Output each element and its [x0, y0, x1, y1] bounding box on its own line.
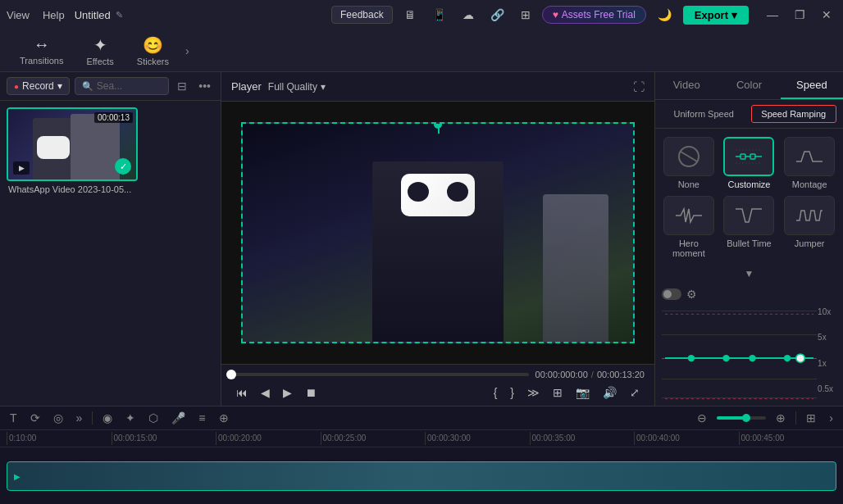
- mic-icon[interactable]: 🎤: [168, 410, 189, 426]
- snapshot-button[interactable]: 📷: [571, 384, 595, 401]
- devices-icon[interactable]: 📱: [427, 7, 451, 23]
- rotation-icon[interactable]: ⟳: [27, 410, 43, 426]
- record-button[interactable]: ● Record ▾: [7, 77, 70, 95]
- toolbar-stickers[interactable]: 😊 Stickers: [127, 32, 179, 70]
- progress-bar[interactable]: [231, 373, 529, 376]
- zoom-in-icon[interactable]: ⊕: [772, 410, 789, 426]
- speed-option-jumper[interactable]: Jumper: [782, 196, 836, 258]
- close-button[interactable]: ✕: [817, 7, 836, 23]
- loop-icon[interactable]: ◎: [50, 410, 66, 426]
- expand-timeline-icon[interactable]: ›: [826, 410, 836, 426]
- menu-view[interactable]: View: [7, 9, 30, 21]
- minimize-button[interactable]: —: [762, 7, 783, 23]
- layout-icon[interactable]: ⊞: [803, 410, 819, 426]
- ruler-mark-5: 00:00:35:00: [530, 432, 635, 445]
- rewind-button[interactable]: ◀: [256, 384, 275, 401]
- prev-frame-button[interactable]: ⏮: [231, 384, 253, 401]
- title-bar: View Help Untitled ✎ Feedback 🖥 📱 ☁ 🔗 ⊞ …: [0, 0, 843, 30]
- shape-icon[interactable]: ⬡: [145, 410, 162, 426]
- media-name: WhatsApp Video 2023-10-05...: [7, 181, 138, 194]
- speed-graph-area: 10x 5x 1x 0.5x 0.1x: [662, 306, 836, 406]
- title-bar-center: Feedback 🖥 📱 ☁ 🔗 ⊞ ♥ Assets Free Trial 🌙…: [331, 6, 836, 25]
- progress-thumb[interactable]: [226, 370, 236, 379]
- tab-speed[interactable]: Speed: [781, 72, 843, 99]
- toolbar-transitions[interactable]: ↔ Transitions: [10, 32, 73, 69]
- speed-ctrl-button[interactable]: ≫: [522, 384, 545, 401]
- heart-icon: ♥: [553, 9, 558, 20]
- grid-view-icon[interactable]: ⊞: [516, 7, 535, 23]
- search-box[interactable]: 🔍 Sea...: [75, 77, 170, 95]
- toolbar-effects[interactable]: ✦ Effects: [76, 32, 123, 70]
- uniform-speed-tab[interactable]: Uniform Speed: [662, 105, 746, 123]
- toolbar-separator-2: [795, 411, 796, 425]
- speed-graph-svg: [665, 306, 813, 406]
- toolbar-expand-icon[interactable]: ›: [182, 44, 193, 57]
- speed-option-bullet[interactable]: Bullet Time: [722, 196, 777, 258]
- mark-out-button[interactable]: }: [505, 384, 519, 401]
- speed-toggle[interactable]: [662, 288, 681, 300]
- share-icon[interactable]: 🔗: [485, 7, 509, 23]
- volume-button[interactable]: 🔊: [598, 384, 622, 401]
- assets-button[interactable]: ♥ Assets Free Trial: [542, 6, 646, 24]
- cloud-icon[interactable]: ☁: [458, 7, 479, 23]
- montage-label: Montage: [792, 179, 827, 189]
- edit-icon[interactable]: ✎: [116, 10, 123, 20]
- effects-tool-icon[interactable]: ✦: [122, 410, 139, 426]
- feedback-button[interactable]: Feedback: [331, 6, 393, 24]
- speed-option-none[interactable]: None: [662, 137, 716, 189]
- quality-label: Full Quality: [268, 81, 317, 93]
- expand-button[interactable]: ⤢: [625, 384, 645, 401]
- tab-color[interactable]: Color: [718, 72, 780, 99]
- quality-select[interactable]: Full Quality ▾: [268, 81, 326, 93]
- zoom-out-icon[interactable]: ⊖: [694, 410, 710, 426]
- effects-icon: ✦: [93, 35, 107, 55]
- player-header: Player Full Quality ▾ ⛶: [221, 72, 654, 102]
- restore-button[interactable]: ❐: [790, 7, 810, 23]
- play-button[interactable]: ▶: [278, 384, 297, 401]
- none-label: None: [678, 179, 699, 189]
- ai-icon[interactable]: ⊕: [216, 410, 232, 426]
- track-clip[interactable]: ▶: [7, 461, 836, 491]
- bullet-icon: [723, 196, 774, 235]
- theme-icon[interactable]: 🌙: [653, 7, 677, 23]
- mark-in-button[interactable]: {: [489, 384, 503, 401]
- speed-option-hero[interactable]: Hero moment: [662, 196, 716, 258]
- effects-label: Effects: [86, 57, 113, 66]
- ruler-mark-0: 0:10:00: [7, 432, 112, 445]
- speed-ramping-tab[interactable]: Speed Ramping: [751, 105, 837, 123]
- svg-point-15: [749, 355, 756, 361]
- fullscreen-icon[interactable]: ⛶: [633, 80, 645, 93]
- total-time: 00:00:13:20: [597, 370, 645, 379]
- stickers-label: Stickers: [137, 57, 169, 66]
- customize-icon: [723, 137, 774, 176]
- bottom-area: T ⟳ ◎ » ◉ ✦ ⬡ 🎤 ≡ ⊕ ⊖ ⊕ ⊞ › 0:10:00 00:0…: [0, 406, 843, 504]
- speed-options: None Customize: [655, 129, 843, 266]
- speed-option-customize[interactable]: Customize: [722, 137, 777, 189]
- media-timestamp: 00:00:13: [94, 112, 133, 123]
- tab-video[interactable]: Video: [655, 72, 718, 99]
- text-icon[interactable]: T: [7, 410, 21, 426]
- speed-option-montage[interactable]: Montage: [782, 137, 836, 189]
- stop-button[interactable]: ⏹: [300, 384, 321, 401]
- ruler-marks: 0:10:00 00:00:15:00 00:00:20:00 00:00:25…: [7, 432, 843, 445]
- gear-icon[interactable]: ⚙: [686, 288, 697, 301]
- media-grid: 00:00:13 ✓ ▶ WhatsApp Video 2023-10-05..…: [0, 101, 221, 406]
- monitor-icon[interactable]: 🖥: [399, 7, 421, 23]
- window-controls: — ❐ ✕: [762, 7, 836, 23]
- speed-graph-header: ⚙: [662, 288, 836, 301]
- label-5x: 5x: [818, 333, 833, 342]
- split-icon[interactable]: ≡: [195, 410, 208, 426]
- label-10x: 10x: [818, 307, 833, 316]
- more-tools-icon[interactable]: »: [73, 410, 86, 426]
- record-chevron-icon: ▾: [57, 80, 62, 92]
- more-button[interactable]: •••: [195, 77, 214, 95]
- menu-help[interactable]: Help: [43, 9, 65, 21]
- media-icon[interactable]: ◉: [99, 410, 116, 426]
- media-item[interactable]: 00:00:13 ✓ ▶ WhatsApp Video 2023-10-05..…: [7, 107, 138, 194]
- ruler-mark-1: 00:00:15:00: [112, 432, 216, 445]
- export-button[interactable]: Export ▾: [683, 6, 749, 25]
- overlay-button[interactable]: ⊞: [548, 384, 567, 401]
- svg-point-16: [784, 355, 791, 361]
- zoom-slider[interactable]: [717, 416, 766, 420]
- filter-button[interactable]: ⊟: [174, 77, 190, 95]
